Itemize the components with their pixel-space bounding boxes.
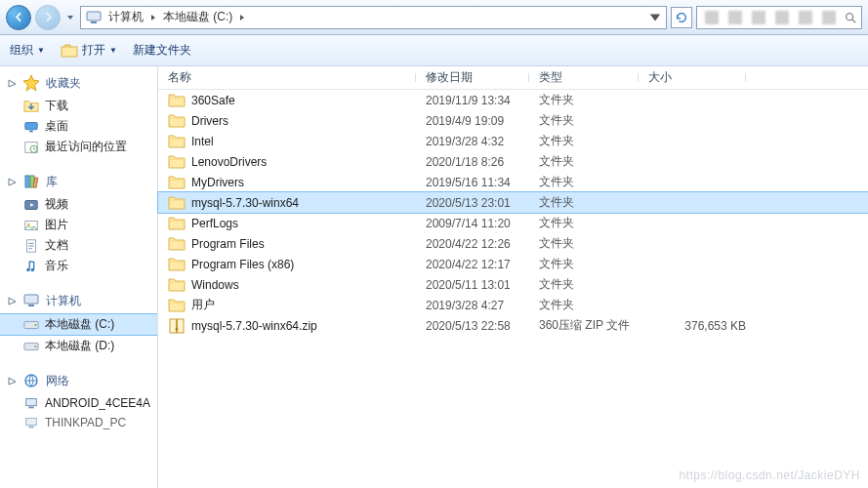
nav-libraries-header[interactable]: 库: [0, 171, 157, 194]
nav-forward-button[interactable]: [35, 5, 61, 30]
search-placeholder-blur: [705, 11, 844, 24]
refresh-button[interactable]: [671, 7, 692, 28]
music-icon: [23, 259, 39, 274]
nav-item[interactable]: 最近访问的位置: [0, 137, 157, 157]
file-row[interactable]: 360Safe2019/11/9 13:34文件夹: [158, 90, 868, 110]
file-row[interactable]: Windows2020/5/11 13:01文件夹: [158, 274, 868, 295]
file-row[interactable]: Drivers2019/4/9 19:09文件夹: [158, 110, 868, 131]
file-row[interactable]: 用户2019/3/28 4:27文件夹: [158, 295, 868, 315]
file-name: LenovoDrivers: [191, 155, 426, 169]
file-type: 文件夹: [539, 92, 648, 108]
nav-history-dropdown[interactable]: [64, 14, 76, 21]
file-name: Intel: [191, 135, 426, 148]
pc-icon: [23, 415, 39, 430]
nav-item-label: 文档: [45, 237, 68, 254]
nav-item[interactable]: 本地磁盘 (D:): [0, 336, 157, 356]
nav-computer-header[interactable]: 计算机: [0, 290, 157, 313]
chevron-down-icon: ▼: [37, 46, 45, 55]
file-type: 360压缩 ZIP 文件: [539, 317, 648, 334]
file-date: 2019/11/9 13:34: [426, 94, 539, 107]
nav-network-header[interactable]: 网络: [0, 370, 157, 393]
nav-item[interactable]: ANDROID_4CEE4A: [0, 393, 157, 413]
file-row[interactable]: mysql-5.7.30-winx64.zip2020/5/13 22:5836…: [158, 315, 868, 336]
folder-icon: [168, 215, 186, 232]
svg-point-24: [847, 13, 853, 20]
nav-item-label: 最近访问的位置: [45, 139, 127, 155]
folder-icon: [168, 153, 186, 171]
file-type: 文件夹: [539, 256, 648, 272]
nav-computer-label: 计算机: [46, 293, 81, 309]
chevron-down-icon: ▼: [109, 46, 117, 55]
file-name: mysql-5.7.30-winx64.zip: [191, 319, 426, 333]
folder-icon: [168, 174, 186, 191]
nav-item[interactable]: 图片: [0, 215, 157, 235]
open-button[interactable]: 打开 ▼: [61, 42, 117, 60]
search-icon: [844, 11, 857, 24]
organize-button[interactable]: 组织 ▼: [10, 42, 45, 59]
file-row[interactable]: Program Files2020/4/22 12:26文件夹: [158, 233, 868, 254]
nav-item[interactable]: 文档: [0, 235, 157, 256]
open-label: 打开: [82, 42, 105, 59]
file-row[interactable]: mysql-5.7.30-winx642020/5/13 23:01文件夹: [158, 192, 868, 213]
file-type: 文件夹: [539, 174, 648, 190]
column-header-size[interactable]: 大小: [639, 69, 746, 86]
file-name: mysql-5.7.30-winx64: [191, 196, 426, 210]
folder-icon: [168, 112, 186, 130]
column-header-date[interactable]: 修改日期: [416, 69, 529, 86]
file-name: Program Files: [191, 237, 426, 251]
file-name: PerfLogs: [191, 217, 426, 230]
file-row[interactable]: MyDrivers2019/5/16 11:34文件夹: [158, 172, 868, 192]
file-type: 文件夹: [539, 112, 648, 129]
file-date: 2009/7/14 11:20: [426, 217, 539, 230]
chevron-right-icon: [238, 14, 246, 21]
file-row[interactable]: Intel2019/3/28 4:32文件夹: [158, 131, 868, 151]
breadcrumb-drive[interactable]: 本地磁盘 (C:): [161, 9, 234, 25]
file-name: MyDrivers: [191, 176, 426, 189]
folder-icon: [168, 92, 186, 109]
expand-icon: [8, 297, 17, 305]
pc-icon: [23, 395, 39, 411]
file-type: 文件夹: [539, 133, 648, 149]
file-size: 376,653 KB: [648, 319, 756, 333]
nav-item-label: 桌面: [45, 118, 68, 135]
nav-item[interactable]: 桌面: [0, 116, 157, 137]
breadcrumb-computer[interactable]: 计算机: [106, 9, 145, 25]
file-date: 2019/3/28 4:32: [426, 135, 539, 148]
nav-item[interactable]: 视频: [0, 194, 157, 215]
file-row[interactable]: Program Files (x86)2020/4/22 12:17文件夹: [158, 254, 868, 274]
nav-favorites-header[interactable]: 收藏夹: [0, 72, 157, 96]
nav-item[interactable]: 音乐: [0, 256, 157, 276]
watermark: https://blog.csdn.net/JackieDYH: [679, 468, 860, 482]
organize-label: 组织: [10, 42, 33, 59]
download-icon: [23, 99, 39, 114]
file-type: 文件夹: [539, 215, 648, 231]
library-icon: [22, 173, 40, 190]
zip-icon: [168, 317, 186, 335]
nav-item-label: 视频: [45, 196, 68, 213]
nav-item[interactable]: 本地磁盘 (C:): [0, 313, 157, 336]
nav-item-label: 图片: [45, 217, 68, 233]
folder-icon: [168, 133, 186, 150]
nav-item[interactable]: 下载: [0, 96, 157, 116]
nav-item-label: 音乐: [45, 258, 68, 274]
folder-icon: [168, 256, 186, 273]
chevron-down-icon[interactable]: [648, 11, 662, 24]
file-row[interactable]: PerfLogs2009/7/14 11:20文件夹: [158, 213, 868, 233]
file-type: 文件夹: [539, 297, 648, 313]
document-icon: [23, 238, 39, 254]
file-row[interactable]: LenovoDrivers2020/1/18 8:26文件夹: [158, 151, 868, 172]
file-date: 2020/5/13 23:01: [426, 196, 539, 210]
address-bar[interactable]: 计算机 本地磁盘 (C:): [80, 6, 667, 29]
desktop-icon: [23, 119, 39, 135]
recent-icon: [23, 140, 39, 155]
search-input[interactable]: [696, 6, 862, 29]
nav-back-button[interactable]: [6, 5, 31, 30]
new-folder-button[interactable]: 新建文件夹: [133, 42, 191, 59]
file-date: 2020/5/11 13:01: [426, 278, 539, 292]
column-header-name[interactable]: 名称: [158, 69, 416, 86]
nav-item[interactable]: THINKPAD_PC: [0, 413, 157, 432]
column-header-type[interactable]: 类型: [529, 69, 639, 86]
folder-icon: [168, 297, 186, 314]
network-icon: [22, 372, 40, 389]
nav-item-label: 本地磁盘 (C:): [45, 316, 114, 333]
